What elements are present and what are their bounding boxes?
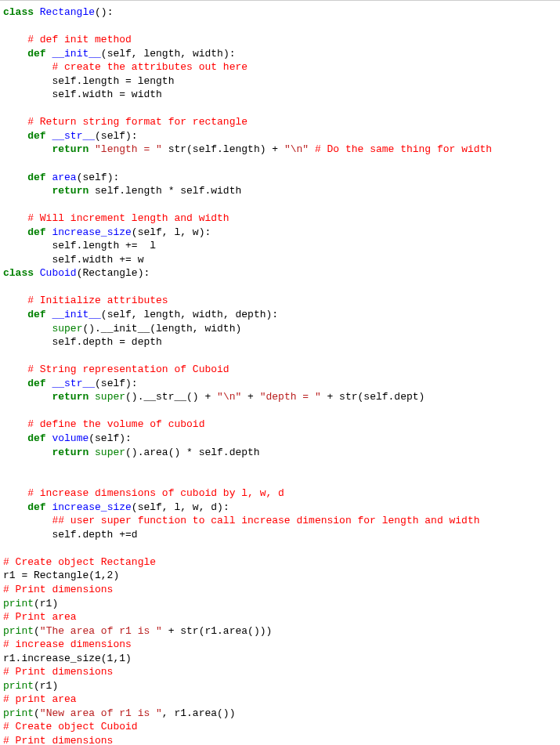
code-token: [3, 212, 27, 224]
code-line: self.length += l: [3, 239, 557, 253]
code-token: [309, 143, 315, 155]
code-token: self.length = length: [3, 75, 174, 87]
code-token: [3, 116, 27, 128]
code-token: ().area() * self.depth: [125, 447, 260, 458]
code-token: # create the attributes out here: [52, 61, 247, 73]
code-token: self.width = width: [3, 89, 162, 100]
code-line: print("The area of r1 is " + str(r1.area…: [3, 624, 557, 638]
code-line: # Print dimensions: [3, 665, 557, 679]
code-line: def __init__(self, length, width, depth)…: [3, 308, 557, 322]
code-token: def: [27, 48, 52, 60]
code-token: [3, 363, 27, 375]
code-token: area: [52, 172, 76, 183]
code-token: # increase dimensions: [3, 638, 132, 650]
code-token: +: [241, 391, 259, 403]
code-token: "New area of r1 is ": [40, 707, 162, 719]
code-token: super: [95, 447, 125, 458]
code-line: return super().__str__() + "\n" + "depth…: [3, 390, 557, 404]
code-token: [3, 418, 27, 430]
code-token: (self, l, w):: [132, 226, 211, 238]
code-line: # Print area: [3, 610, 557, 624]
code-token: ().__init__(length, width): [82, 323, 241, 335]
code-token: (: [34, 625, 40, 637]
code-token: [3, 61, 52, 73]
code-line: # Create object Cuboid: [3, 720, 557, 734]
code-line: print(r1): [3, 597, 557, 611]
code-token: "The area of r1 is ": [40, 625, 162, 637]
code-token: + str(self.dept): [321, 391, 425, 403]
code-line: self.depth = depth: [3, 335, 557, 349]
code-token: [3, 501, 27, 513]
code-line: # Print dimensions: [3, 734, 557, 745]
code-line: [3, 102, 557, 116]
code-token: + str(r1.area())): [162, 625, 272, 637]
code-token: # Return string format for rectangle: [27, 116, 247, 128]
code-line: class Rectangle():: [3, 5, 557, 20]
code-line: # print area: [3, 693, 557, 707]
code-token: [3, 378, 27, 389]
code-token: [3, 34, 27, 45]
code-line: self.width = width: [3, 88, 557, 102]
code-token: # print area: [3, 693, 77, 705]
code-line: # Will increment length and width: [3, 212, 557, 226]
code-line: [3, 404, 557, 418]
code-token: (self):: [77, 172, 120, 183]
code-line: ## user super function to call increase …: [3, 514, 557, 528]
code-token: self.length += l: [3, 240, 156, 251]
code-token: [3, 185, 52, 197]
code-line: return super().area() * self.depth: [3, 446, 557, 460]
code-token: [3, 515, 52, 526]
code-token: self.depth = depth: [3, 336, 162, 348]
code-token: [3, 226, 27, 238]
code-token: print: [3, 680, 34, 692]
code-line: [3, 349, 557, 363]
code-token: [3, 172, 27, 183]
code-token: self.width += w: [3, 254, 143, 266]
code-token: (self, length, width):: [101, 48, 236, 60]
code-token: # Initialize attributes: [27, 295, 168, 306]
code-token: "\n": [284, 143, 309, 155]
code-token: def: [27, 172, 52, 183]
code-line: print(r1): [3, 679, 557, 693]
code-token: def: [27, 432, 52, 444]
code-token: class: [3, 6, 40, 18]
code-token: (r1): [34, 598, 58, 609]
code-token: Cuboid: [40, 267, 77, 279]
code-token: return: [52, 185, 95, 197]
code-line: self.length = length: [3, 74, 557, 89]
code-token: [3, 130, 27, 142]
code-line: def increase_size(self, l, w, d):: [3, 501, 557, 515]
code-line: self.depth +=d: [3, 528, 557, 542]
code-line: # String representation of Cuboid: [3, 363, 557, 377]
code-token: __str__: [52, 378, 95, 389]
code-line: def __str__(self):: [3, 129, 557, 143]
code-token: [3, 487, 27, 499]
code-token: [3, 391, 52, 403]
code-token: return: [52, 143, 95, 155]
code-token: , r1.area()): [162, 707, 236, 719]
code-line: # Initialize attributes: [3, 294, 557, 308]
code-token: (self):: [95, 130, 138, 142]
code-token: # increase dimensions of cuboid by l, w,…: [27, 487, 284, 499]
code-token: __str__: [52, 130, 95, 142]
code-token: ().__str__() +: [125, 391, 217, 403]
code-token: r1 = Rectangle(1,2): [3, 570, 119, 581]
code-line: # create the attributes out here: [3, 60, 557, 74]
code-line: # increase dimensions: [3, 638, 557, 652]
code-token: (r1): [34, 680, 58, 692]
code-line: # increase dimensions of cuboid by l, w,…: [3, 486, 557, 501]
code-token: "depth = ": [260, 391, 321, 403]
code-token: def: [27, 226, 52, 238]
code-line: # Create object Rectangle: [3, 555, 557, 570]
code-token: print: [3, 707, 34, 719]
code-token: print: [3, 625, 34, 637]
code-token: [3, 295, 27, 306]
code-token: # Create object Cuboid: [3, 721, 138, 732]
code-line: # define the volume of cuboid: [3, 418, 557, 432]
code-line: def volume(self):: [3, 432, 557, 446]
code-token: "length = ": [95, 143, 162, 155]
code-token: def: [27, 130, 52, 142]
code-token: self.depth +=d: [3, 529, 138, 541]
code-token: (: [34, 707, 40, 719]
code-token: [3, 309, 27, 320]
